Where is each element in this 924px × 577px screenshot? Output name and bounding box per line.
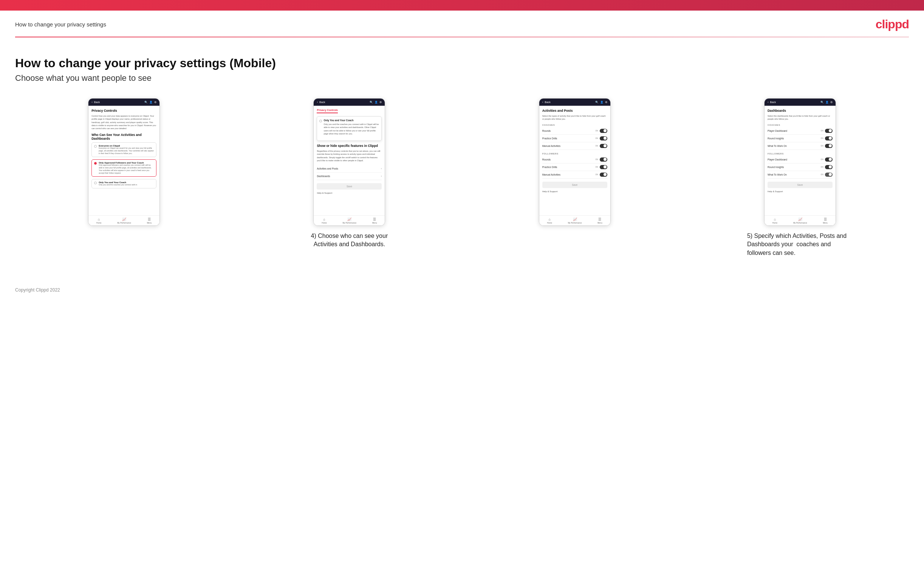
option-everyone[interactable]: Everyone on Clippd Everyone on Clippd ca… [92,142,157,157]
activities-posts-desc: Select the types of activity that you'd … [542,114,607,121]
nav-performance-2[interactable]: 📈 My Performance [342,218,356,224]
on-label-coaches-rounds: ON [595,129,598,132]
toggle-switch-coaches-drills[interactable] [600,136,607,140]
radio-everyone[interactable] [94,145,97,148]
settings-icon-1[interactable]: ⚙ [154,101,157,104]
search-icon-4[interactable]: 🔍 [821,101,824,104]
header: How to change your privacy settings clip… [0,11,924,37]
phone-topbar-2: ‹ Back 🔍 👤 ⚙ [314,98,385,106]
nav-menu-1[interactable]: ☰ Menu [147,218,152,224]
on-label-followers-what-to-work: ON [821,173,824,176]
user-icon-1[interactable]: 👤 [149,101,153,104]
toggle-switch-followers-rounds[interactable] [600,158,607,162]
toggle-coaches-player-dash[interactable]: Player Dashboard ON [767,127,832,135]
toggle-switch-followers-player-dash[interactable] [825,158,832,162]
toggle-followers-drills[interactable]: Practice Drills ON [542,163,607,171]
screenshot-group-3: ‹ Back 🔍 👤 ⚙ Activities and Posts Select… [466,98,684,226]
toggle-coaches-round-insights[interactable]: Round Insights ON [767,135,832,142]
settings-icon-3[interactable]: ⚙ [605,101,607,104]
phone-content-3: Activities and Posts Select the types of… [539,106,610,215]
nav-menu-2[interactable]: ☰ Menu [372,218,377,224]
toggle-coaches-rounds[interactable]: Rounds ON [542,127,607,135]
followers-heading-3: FOLLOWERS [542,153,607,155]
settings-icon-4[interactable]: ⚙ [830,101,832,104]
nav-menu-3[interactable]: ☰ Menu [598,218,603,224]
toggle-switch-coaches-what-to-work[interactable] [825,144,832,148]
logo: clippd [876,18,909,31]
nav-performance-label-3: My Performance [568,222,582,224]
toggle-followers-round-insights[interactable]: Round Insights ON [767,163,832,171]
nav-performance-4[interactable]: 📈 My Performance [793,218,807,224]
performance-icon-3: 📈 [573,218,577,221]
phone-content-4: Dashboards Select the dashboards that yo… [764,106,835,215]
nav-performance-1[interactable]: 📈 My Performance [117,218,131,224]
save-button-4[interactable]: Save [767,182,832,188]
back-arrow-icon-4[interactable]: ‹ [767,100,769,104]
search-icon-1[interactable]: 🔍 [144,101,148,104]
nav-performance-label-4: My Performance [793,222,807,224]
phone-bottom-nav-2: ⌂ Home 📈 My Performance ☰ Menu [314,215,385,226]
menu-activities[interactable]: Activities and Posts › [317,165,382,172]
menu-icon-1: ☰ [148,218,151,221]
toggle-followers-rounds[interactable]: Rounds ON [542,156,607,163]
toggle-followers-what-to-work[interactable]: What To Work On ON [767,171,832,179]
on-label-followers-drills: ON [595,166,598,168]
back-arrow-icon-3[interactable]: ‹ [542,100,543,104]
on-label-followers-manual: ON [595,173,598,176]
on-label-coaches-drills: ON [595,137,598,139]
radio-you-coach[interactable] [94,182,97,184]
settings-icon-2[interactable]: ⚙ [380,101,382,104]
toggle-switch-followers-drills[interactable] [600,165,607,169]
toggle-switch-followers-what-to-work[interactable] [825,172,832,177]
save-button-3[interactable]: Save [542,182,607,188]
toggle-coaches-what-to-work[interactable]: What To Work On ON [767,142,832,150]
phone-mockup-3: ‹ Back 🔍 👤 ⚙ Activities and Posts Select… [539,98,611,226]
performance-icon-4: 📈 [798,218,802,221]
nav-home-4[interactable]: ⌂ Home [772,218,777,224]
menu-dashboards[interactable]: Dashboards › [317,172,382,180]
home-icon-3: ⌂ [548,218,550,221]
back-arrow-icon[interactable]: ‹ [92,100,92,104]
top-bar [0,0,924,11]
toggle-switch-followers-round-insights[interactable] [825,165,832,169]
on-label-followers-rounds: ON [595,158,598,161]
phone-topbar-3: ‹ Back 🔍 👤 ⚙ [539,98,610,106]
copyright: Copyright Clippd 2022 [15,287,60,293]
toggle-switch-coaches-manual[interactable] [600,144,607,148]
back-arrow-icon-2[interactable]: ‹ [317,100,318,104]
screenshot-group-1: ‹ Back 🔍 👤 ⚙ Privacy Controls Control ho… [15,98,233,226]
option-you-coach[interactable]: Only You and Your Coach Only you and the… [92,179,157,189]
screenshot-group-2: ‹ Back 🔍 👤 ⚙ Privacy Controls [240,98,458,249]
toggle-switch-followers-manual[interactable] [600,172,607,177]
privacy-tab-2: Privacy Controls [317,109,338,113]
caption-1: 4) Choose who can see your Activities an… [308,232,391,249]
phone-bottom-nav-4: ⌂ Home 📈 My Performance ☰ Menu [764,215,835,226]
save-button-2[interactable]: Save [317,183,382,190]
toggle-followers-player-dash[interactable]: Player Dashboard ON [767,156,832,163]
user-icon-2[interactable]: 👤 [375,101,378,104]
nav-home-1[interactable]: ⌂ Home [96,218,101,224]
nav-home-2[interactable]: ⌂ Home [321,218,326,224]
back-label-3: Back [544,101,551,103]
nav-home-3[interactable]: ⌂ Home [547,218,552,224]
nav-performance-3[interactable]: 📈 My Performance [568,218,582,224]
toggle-label-followers-manual: Manual Activities [542,173,561,176]
user-icon-3[interactable]: 👤 [600,101,604,104]
option-desc-you-coach: Only you and the coaches you connect wit… [99,184,137,186]
on-label-coaches-what-to-work: ON [821,145,824,147]
toggle-coaches-manual[interactable]: Manual Activities ON [542,142,607,150]
user-icon-4[interactable]: 👤 [825,101,829,104]
toggle-coaches-drills[interactable]: Practice Drills ON [542,135,607,142]
search-icon-3[interactable]: 🔍 [595,101,599,104]
home-icon-1: ⌂ [98,218,100,221]
radio-approved[interactable] [94,162,97,164]
toggle-switch-coaches-round-insights[interactable] [825,136,832,140]
option-approved[interactable]: Only Approved Followers and Your Coach O… [92,160,157,177]
search-icon-2[interactable]: 🔍 [370,101,373,104]
toggle-label-coaches-manual: Manual Activities [542,145,561,147]
nav-menu-4[interactable]: ☰ Menu [823,218,828,224]
performance-icon-1: 📈 [122,218,126,221]
toggle-switch-coaches-player-dash[interactable] [825,129,832,133]
toggle-followers-manual[interactable]: Manual Activities ON [542,171,607,179]
toggle-switch-coaches-rounds[interactable] [600,129,607,133]
